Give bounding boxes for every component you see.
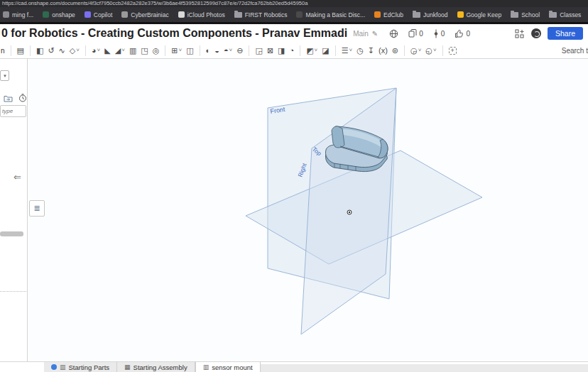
delete-face-tool[interactable]: ⊠ <box>267 47 273 55</box>
apps-grid-icon[interactable] <box>515 29 524 38</box>
sweep-tool[interactable]: ∿ <box>59 47 65 55</box>
copies-counter[interactable]: 0 <box>408 29 423 38</box>
enclose-tool[interactable]: ◪ <box>322 47 329 55</box>
bookmark-label: FIRST Robotics <box>245 11 288 18</box>
versions-counter[interactable]: 0 <box>433 29 445 38</box>
shell-icon: ◳ <box>141 47 148 55</box>
public-globe-icon[interactable] <box>389 29 398 38</box>
help-bubble-icon[interactable] <box>531 28 541 38</box>
feature-list-tool[interactable]: ☰˅ <box>342 47 353 55</box>
bookmark-item[interactable]: Copilot <box>85 11 112 18</box>
bookmark-item[interactable]: ming f... <box>3 11 33 18</box>
extrude-tool[interactable]: ◧ <box>36 47 43 55</box>
import-tool[interactable]: ↧ <box>368 47 374 55</box>
collaborator-avatar <box>51 364 57 370</box>
replace-face-tool[interactable]: ◨ <box>278 47 285 55</box>
bookmark-label: CyberBrainiac <box>131 11 168 18</box>
frame-tool[interactable]: ◵˅ <box>425 47 436 55</box>
bookmark-label: Copilot <box>94 11 112 18</box>
fillet-tool[interactable]: ◕˅ <box>92 47 100 55</box>
branch-label[interactable]: Main <box>353 30 369 38</box>
modify-fillet-icon: ◔ <box>290 47 295 55</box>
bookmark-item[interactable]: FIRST Robotics <box>234 11 288 18</box>
search-tools-input[interactable]: Search t <box>562 47 588 55</box>
chamfer-tool[interactable]: ◣ <box>104 47 110 55</box>
tab-starting-parts[interactable]: ▥Starting Parts <box>44 362 117 372</box>
bookmark-item[interactable]: School <box>511 11 540 18</box>
panel-scrollbar[interactable] <box>0 231 23 236</box>
tab-starting-assembly[interactable]: ▦Starting Assembly <box>117 362 195 372</box>
boolean-tool[interactable]: ◐ <box>206 47 211 55</box>
rename-pencil-icon[interactable]: ✎ <box>372 30 378 38</box>
chevron-down-icon: ˅ <box>433 48 437 53</box>
mate-connector-icon: ⊚ <box>392 47 398 55</box>
toolbar-left-fragment: n <box>1 47 5 55</box>
folder-icon[interactable] <box>4 94 13 102</box>
shell-tool[interactable]: ◳ <box>141 47 148 55</box>
offset-surface-icon: ⊖ <box>236 47 243 55</box>
back-arrow-icon[interactable]: ⇐ <box>13 173 21 182</box>
hole-tool[interactable]: ◎ <box>153 47 160 55</box>
revolve-icon: ↺ <box>48 47 54 55</box>
offset-surface-tool[interactable]: ⊖ <box>236 47 243 55</box>
toolbar-divider <box>404 45 405 56</box>
bookmark-item[interactable]: Junkfood <box>413 11 448 18</box>
scene: Front Top Right <box>28 59 588 362</box>
bookmark-item[interactable]: Google Keep <box>457 11 502 18</box>
likes-counter[interactable]: 0 <box>454 29 470 38</box>
bookmark-item[interactable]: EdClub <box>374 11 403 18</box>
rib-icon: ▥ <box>129 47 136 55</box>
bookmark-item[interactable]: Making a Basic Disc... <box>296 11 365 18</box>
thicken-tool[interactable]: ◩˅ <box>306 47 317 55</box>
chevron-down-icon: ˅ <box>229 48 233 53</box>
draft-tool[interactable]: ◢˅ <box>115 47 125 55</box>
graphics-viewport[interactable]: Front Top Right <box>28 59 588 362</box>
bookmark-item[interactable]: onshape <box>43 11 75 18</box>
variables-tool[interactable]: (x) <box>379 47 388 55</box>
bookmark-label: Junkfood <box>423 11 448 18</box>
split-tool[interactable]: ◒ <box>214 47 219 55</box>
delete-face-icon: ⊠ <box>267 47 273 55</box>
chevron-down-icon: ˅ <box>76 48 80 53</box>
move-face-tool[interactable]: ◲ <box>255 47 262 55</box>
part-studio-icon: ▥ <box>60 364 66 371</box>
chevron-down-icon: ˅ <box>349 48 353 53</box>
filter-input[interactable] <box>0 105 26 117</box>
feature-list-button[interactable]: ≣ <box>29 200 45 217</box>
bookmark-item[interactable]: CyberBrainiac <box>121 11 168 18</box>
hole-icon: ◎ <box>153 47 160 55</box>
modify-fillet-tool[interactable]: ◔ <box>290 47 295 55</box>
sheet-metal-tool[interactable]: ◶˅ <box>410 47 421 55</box>
bookmark-item[interactable]: iCloud Photos <box>178 11 225 18</box>
draft-icon: ◢ <box>115 47 121 55</box>
bookmark-label: ming f... <box>12 11 33 18</box>
panel-dropdown-button[interactable]: ▼ <box>0 70 9 81</box>
helix-tool[interactable]: ◷ <box>356 47 364 55</box>
tab-label: Starting Parts <box>69 363 110 371</box>
mate-connector-tool[interactable]: ⊚ <box>392 47 398 55</box>
origin-snap-tool[interactable]: + <box>449 47 457 55</box>
toolbar-divider <box>335 45 336 56</box>
linear-pattern-tool[interactable]: ⊞˅ <box>171 47 182 55</box>
sketch-tool[interactable]: ▤ <box>17 47 24 55</box>
feature-list-icon: ☰ <box>342 47 349 55</box>
chevron-down-icon: ˅ <box>179 48 183 53</box>
chevron-down-icon: ˅ <box>121 48 125 53</box>
folder-icon <box>234 12 242 18</box>
rib-tool[interactable]: ▥ <box>129 47 136 55</box>
browser-url-bar[interactable]: https://cad.onshape.com/documents/4f3cf7… <box>0 0 588 7</box>
origin-marker[interactable] <box>347 210 352 214</box>
frame-icon: ◵ <box>425 47 432 55</box>
bookmark-item[interactable]: Classes <box>549 11 581 18</box>
favicon-icon <box>43 11 49 18</box>
history-clock-icon[interactable] <box>18 94 27 102</box>
revolve-tool[interactable]: ↺ <box>48 47 54 55</box>
enclose-icon: ◪ <box>322 47 329 55</box>
mirror-tool[interactable]: ◫ <box>186 47 193 55</box>
intersect-tool[interactable]: ◓˅ <box>224 47 232 55</box>
tab-sensor-mount[interactable]: ▥sensor mount <box>195 362 261 372</box>
toolbar-divider <box>300 45 300 56</box>
share-button[interactable]: Share <box>548 27 583 40</box>
loft-tool[interactable]: ◇˅ <box>70 47 80 55</box>
folder-icon <box>413 12 420 18</box>
